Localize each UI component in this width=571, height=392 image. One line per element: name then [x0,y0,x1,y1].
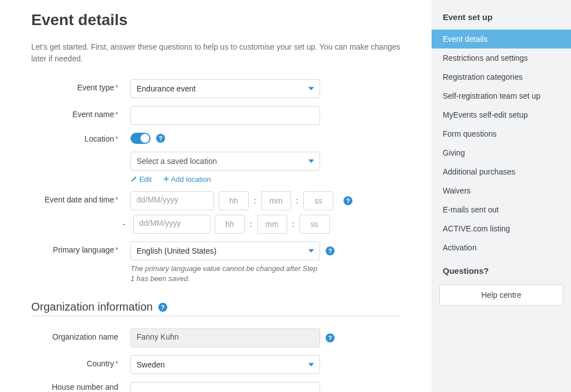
sidebar-item-restrictions[interactable]: Restrictions and settings [432,49,571,67]
country-select[interactable]: Sweden [130,355,320,374]
help-icon[interactable]: ? [326,246,335,255]
plus-icon [163,176,170,182]
edit-location-link[interactable]: Edit [130,175,154,183]
label-primary-language: Primary language* [31,241,130,254]
sidebar-questions-heading: Questions? [432,257,571,282]
label-country: Country* [31,355,130,368]
end-hh-input[interactable]: hh [215,215,245,234]
event-name-input[interactable] [130,106,320,125]
primary-language-select[interactable]: English (United States) [130,241,320,260]
saved-location-select[interactable]: Select a saved location [130,152,320,171]
label-event-type: Event type* [31,79,130,92]
sidebar-item-self-registration-team[interactable]: Self-registration team set up [432,86,571,105]
help-icon[interactable]: ? [158,303,167,312]
chevron-down-icon [308,87,314,90]
section-org-info-title: Organization information [31,301,153,313]
chevron-down-icon [308,363,314,366]
sidebar-item-additional-purchases[interactable]: Additional purchases [432,162,571,181]
org-name-input: Fanny Kuhn [130,328,320,347]
add-location-link[interactable]: Add location [163,175,211,183]
end-date-input[interactable]: dd/MM/yyyy [133,215,210,234]
start-mm-input[interactable]: mm [261,191,291,210]
sidebar-item-registration-categories[interactable]: Registration categories [432,67,571,86]
event-type-select[interactable]: Endurance event [130,79,320,98]
chevron-down-icon [308,249,314,253]
sidebar: Event set up Event details Restrictions … [432,0,571,392]
help-icon[interactable]: ? [343,196,352,205]
page-intro: Let's get started. First, answer these q… [31,41,400,65]
end-mm-input[interactable]: mm [257,215,287,234]
location-toggle[interactable] [130,133,151,144]
sidebar-item-event-details[interactable]: Event details [432,30,571,49]
pencil-icon [130,176,137,182]
sidebar-item-form-questions[interactable]: Form questions [432,124,571,143]
main-content: Event details Let's get started. First, … [0,0,432,392]
label-location: Location* [31,133,130,143]
date-range-dash: - [123,220,125,229]
chevron-down-icon [308,159,314,163]
help-centre-button[interactable]: Help centre [439,284,563,306]
sidebar-item-waivers[interactable]: Waivers [432,181,571,200]
page-title: Event details [31,11,400,29]
label-event-datetime: Event date and time* [31,191,130,204]
help-icon[interactable]: ? [326,333,335,342]
start-ss-input[interactable]: ss [303,191,333,210]
sidebar-item-giving[interactable]: Giving [432,143,571,162]
start-date-input[interactable]: dd/MM/yyyy [130,191,214,210]
section-divider [31,316,400,316]
sidebar-heading: Event set up [432,12,571,30]
label-org-name: Organization name [31,328,130,341]
label-street: House number and street name* [31,382,130,392]
primary-language-note: The primary language value cannot be cha… [130,264,320,284]
required-mark: * [115,83,118,92]
help-icon[interactable]: ? [156,134,165,143]
street-input[interactable] [130,382,320,392]
end-ss-input[interactable]: ss [299,215,330,234]
sidebar-item-activation[interactable]: Activation [432,238,571,257]
sidebar-item-emails-sent-out[interactable]: E-mails sent out [432,200,571,219]
sidebar-item-myevents-self-edit[interactable]: MyEvents self-edit setup [432,105,571,124]
label-event-name: Event name* [31,106,130,119]
sidebar-item-active-com-listing[interactable]: ACTIVE.com listing [432,219,571,238]
start-hh-input[interactable]: hh [219,191,249,210]
